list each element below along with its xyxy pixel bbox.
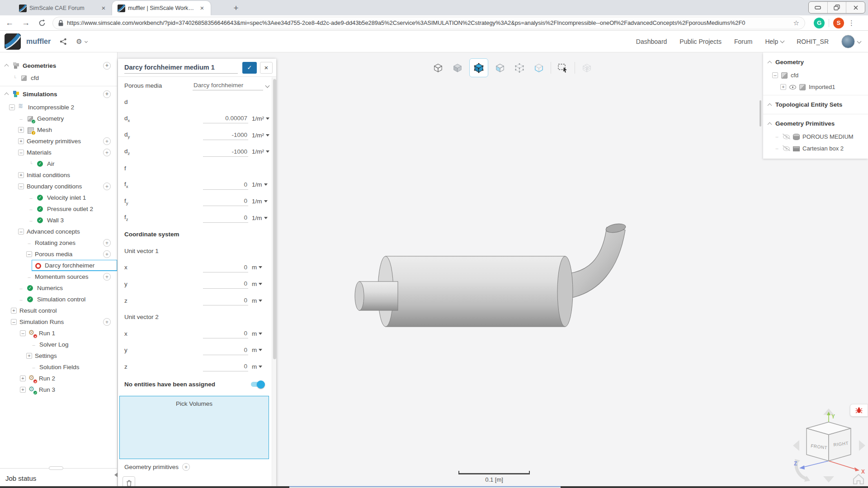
tree-item[interactable]: Geometries + xyxy=(0,59,117,72)
debug-bug-button[interactable] xyxy=(850,404,868,417)
tree-item[interactable]: Settings xyxy=(0,350,117,361)
new-tab-button[interactable]: + xyxy=(230,2,242,14)
tree-item[interactable]: Porous media + xyxy=(0,249,117,260)
orientation-cube[interactable]: Y X Z FRONT RIGHT xyxy=(790,406,868,487)
unit-dropdown[interactable]: m xyxy=(248,363,269,370)
tree-expander-icon[interactable] xyxy=(26,274,32,280)
name-input[interactable]: Darcy forchheimer medium 1 xyxy=(124,62,238,74)
unit-dropdown[interactable]: 1/m xyxy=(248,215,269,221)
tree-expander-icon[interactable] xyxy=(11,308,17,314)
viewport-scrollbar-thumb[interactable] xyxy=(760,100,761,127)
unit-dropdown[interactable]: m xyxy=(248,264,269,271)
value-input[interactable]: 0 xyxy=(203,361,248,371)
nav-public-projects[interactable]: Public Projects xyxy=(679,38,722,45)
visibility-eye-icon[interactable] xyxy=(783,134,790,139)
tree-item[interactable]: Incompressible 2 xyxy=(0,102,117,113)
nav-help[interactable]: Help xyxy=(765,38,784,45)
avatar[interactable] xyxy=(841,35,855,48)
tree-item[interactable]: Run 1 xyxy=(0,328,117,339)
tree-expander-icon[interactable] xyxy=(18,138,24,144)
tree-item[interactable]: Air xyxy=(0,158,117,169)
job-status-bar[interactable]: Job status xyxy=(0,468,117,488)
tree-item[interactable]: Materials + xyxy=(0,147,117,158)
bookmark-star-icon[interactable]: ☆ xyxy=(793,19,799,27)
value-input[interactable]: 0 xyxy=(203,263,248,272)
minimize-icon[interactable] xyxy=(809,2,827,13)
tree-expander-icon[interactable] xyxy=(28,206,34,212)
tree-expander-icon[interactable] xyxy=(18,116,24,122)
panel-scrollbar[interactable] xyxy=(272,77,276,488)
tree-item[interactable]: Result control xyxy=(0,305,117,316)
tree-expander-icon[interactable] xyxy=(11,319,17,325)
expander-icon[interactable] xyxy=(767,121,773,127)
value-input[interactable]: Darcy forchheimer xyxy=(193,80,263,90)
browser-tab[interactable]: SimScale CAE Forum × xyxy=(14,1,112,15)
add-button[interactable]: + xyxy=(103,239,111,247)
expander-icon[interactable] xyxy=(767,102,773,108)
geometry-panel-row[interactable]: Geometry xyxy=(763,55,868,69)
expander-icon[interactable] xyxy=(772,72,778,78)
geometry-panel-row[interactable]: cfd xyxy=(763,69,868,81)
value-input[interactable]: 0 xyxy=(203,196,248,206)
tree-expander-icon[interactable] xyxy=(12,75,18,81)
unit-dropdown[interactable]: 1/m² xyxy=(248,115,269,122)
value-input[interactable]: 0.00007 xyxy=(203,113,248,123)
project-settings-gear-icon[interactable]: ⚙ xyxy=(76,38,87,46)
expander-icon[interactable] xyxy=(774,134,780,140)
value-input[interactable]: 0 xyxy=(203,279,248,289)
unit-dropdown[interactable]: 1/m xyxy=(248,181,269,188)
tree-expander-icon[interactable] xyxy=(18,296,24,302)
tree-item[interactable]: Run 3 xyxy=(0,384,117,395)
tree-expander-icon[interactable] xyxy=(18,172,24,178)
tree-expander-icon[interactable] xyxy=(20,375,26,381)
scrollbar-thumb[interactable] xyxy=(273,79,276,359)
reload-icon[interactable] xyxy=(35,17,49,29)
geometry-panel-row[interactable]: Imported1 xyxy=(763,81,868,93)
geometry-panel-row[interactable]: Geometry Primitives xyxy=(763,117,868,131)
tree-item[interactable]: Initial conditions xyxy=(0,169,117,181)
assignment-toggle[interactable] xyxy=(251,382,264,387)
tree-item[interactable]: Pressure outlet 2 xyxy=(0,203,117,215)
share-icon[interactable] xyxy=(60,38,67,45)
expander-icon[interactable] xyxy=(767,59,773,65)
tree-expander-icon[interactable] xyxy=(31,364,37,370)
tree-expander-icon[interactable] xyxy=(31,342,37,347)
tab-close-icon[interactable]: × xyxy=(99,4,108,12)
browser-menu-icon[interactable]: ⋮ xyxy=(848,19,855,27)
geometry-panel-row[interactable] xyxy=(763,95,868,95)
tree-expander-icon[interactable] xyxy=(4,91,9,97)
unit-dropdown[interactable]: m xyxy=(248,347,269,353)
select-faces-icon[interactable] xyxy=(492,60,508,75)
unit-dropdown[interactable]: 1/m² xyxy=(248,148,269,155)
tree-item[interactable]: cfd xyxy=(0,72,117,84)
add-button[interactable]: + xyxy=(103,273,111,281)
tree-item[interactable]: Run 2 xyxy=(0,373,117,384)
add-button[interactable]: + xyxy=(103,318,111,326)
tree-expander-icon[interactable] xyxy=(18,127,24,133)
geometry-panel-row[interactable]: Topological Entity Sets xyxy=(763,98,868,112)
add-button[interactable]: + xyxy=(103,149,111,156)
home-view-icon[interactable] xyxy=(854,474,863,484)
visibility-eye-icon[interactable] xyxy=(783,145,790,151)
tree-item[interactable]: Advanced concepts xyxy=(0,226,117,237)
tree-item[interactable]: Geometry primitives + xyxy=(0,136,117,147)
grammarly-extension-icon[interactable]: G xyxy=(814,18,825,28)
cancel-button[interactable]: × xyxy=(260,62,273,74)
tree-item[interactable]: Wall 3 xyxy=(0,215,117,226)
add-button[interactable]: + xyxy=(103,183,111,190)
back-icon[interactable]: ← xyxy=(3,17,16,29)
tree-expander-icon[interactable] xyxy=(26,240,32,246)
tree-item[interactable]: Solution Fields xyxy=(0,361,117,373)
value-input[interactable]: 0 xyxy=(203,345,248,355)
geometry-panel-row[interactable] xyxy=(763,114,868,114)
box-select-icon[interactable] xyxy=(555,60,571,75)
select-vertices-icon[interactable] xyxy=(512,60,527,75)
tree-item[interactable]: Solver Log xyxy=(0,339,117,350)
s-extension-icon[interactable]: S xyxy=(833,18,844,28)
tree-expander-icon[interactable] xyxy=(28,217,34,223)
tree-item[interactable]: Velocity inlet 1 xyxy=(0,192,117,203)
unit-dropdown[interactable]: m xyxy=(248,281,269,287)
add-button[interactable]: + xyxy=(103,62,111,70)
panel-collapse-arrow[interactable] xyxy=(114,473,118,477)
add-button[interactable]: + xyxy=(103,137,111,145)
